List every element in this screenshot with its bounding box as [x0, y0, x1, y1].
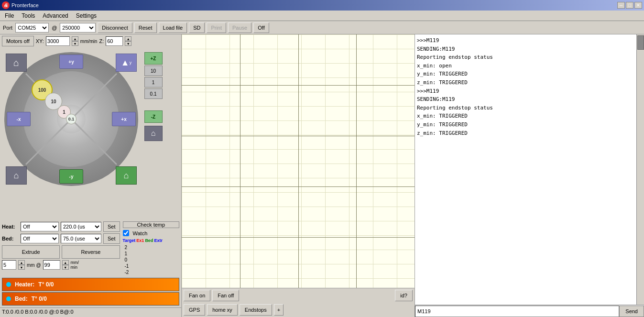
y-label-2: 2: [125, 245, 179, 250]
btn-row-1: Fan on Fan off id?: [182, 288, 415, 303]
menu-settings[interactable]: Settings: [72, 11, 100, 20]
close-button[interactable]: ✕: [634, 2, 642, 9]
port-select[interactable]: COM25: [15, 23, 49, 33]
menu-file[interactable]: File: [1, 11, 18, 20]
heater-icon: [6, 282, 11, 287]
y-minus-button[interactable]: -y: [59, 169, 83, 184]
reset-button[interactable]: Reset: [134, 22, 157, 33]
titlebar-controls[interactable]: ─ □ ✕: [617, 2, 642, 9]
bed-icon: [6, 296, 11, 301]
check-temp-button[interactable]: Check temp: [123, 221, 179, 228]
watch-row: Watch: [123, 230, 179, 236]
log-entry: >>>M119: [417, 36, 634, 45]
heat-set-button[interactable]: Set: [103, 221, 120, 232]
menu-advanced[interactable]: Advanced: [39, 11, 72, 20]
bed-value-select[interactable]: 75.0 (use: [61, 234, 101, 243]
log-entry: SENDING:M119: [417, 45, 634, 54]
xy-spin-up[interactable]: ▲: [72, 36, 78, 41]
home-bottom-right[interactable]: ⌂: [116, 166, 137, 185]
motors-row: Motors off XY: ▲ ▼ mm/min Z: ▲ ▼: [0, 34, 181, 48]
speed-01-bubble[interactable]: 0.1: [66, 114, 76, 124]
log-entry: Reporting endstop status: [417, 104, 634, 112]
xy-spin[interactable]: ▲ ▼: [72, 36, 78, 46]
load-file-button[interactable]: Load file: [159, 22, 187, 33]
disconnect-button[interactable]: Disconnect: [98, 22, 132, 33]
z-speed-1-button[interactable]: 1: [144, 77, 163, 87]
id-button[interactable]: id?: [395, 290, 413, 301]
pause-button[interactable]: Pause: [228, 22, 251, 33]
speed-spin[interactable]: ▲ ▼: [62, 260, 69, 270]
speed-spin-down[interactable]: ▼: [62, 265, 69, 270]
log-scrollbar[interactable]: [636, 34, 644, 305]
x-plus-button[interactable]: +x: [112, 112, 136, 126]
fan-on-button[interactable]: Fan on: [184, 290, 210, 301]
log-entry: SENDING:M119: [417, 95, 634, 104]
menubar: File Tools Advanced Settings: [0, 11, 644, 21]
chart-grid: [182, 34, 415, 288]
z-home-button[interactable]: ⌂: [144, 126, 163, 141]
heat-label: Heat:: [2, 224, 19, 230]
chart-label-extr: Extr: [154, 238, 163, 243]
print-button[interactable]: Print: [207, 22, 226, 33]
off-button[interactable]: Off: [253, 22, 269, 33]
bed-bar: Bed: T° 0/0: [2, 292, 179, 306]
z-spin-down[interactable]: ▼: [125, 41, 131, 46]
log-scroll-area: >>>M119SENDING:M119Reporting endstop sta…: [415, 34, 644, 305]
y-plus-button[interactable]: +y: [59, 55, 83, 69]
command-input[interactable]: [415, 306, 619, 317]
heat-value-select[interactable]: 220.0 (us: [61, 222, 101, 231]
extrude-button[interactable]: Extrude: [2, 245, 60, 259]
xy-spin-down[interactable]: ▼: [72, 41, 78, 46]
gps-button[interactable]: GPS: [184, 304, 205, 316]
z-speed-10-button[interactable]: 10: [144, 66, 163, 76]
x-minus-button[interactable]: -x: [7, 112, 31, 126]
z-spin[interactable]: ▲ ▼: [125, 36, 131, 46]
y-label-0: 0: [125, 257, 179, 262]
log-content[interactable]: >>>M119SENDING:M119Reporting endstop sta…: [415, 34, 636, 305]
extrude-speed-input[interactable]: [43, 260, 60, 270]
mm-label: mm @: [27, 262, 41, 268]
home-xy-top-left[interactable]: ⌂: [6, 54, 27, 72]
heat-status-select[interactable]: Off: [21, 222, 59, 231]
log-entry: x_min: open: [417, 62, 634, 70]
home-y-top-right[interactable]: ▲y: [116, 54, 137, 72]
motors-off-button[interactable]: Motors off: [2, 36, 34, 46]
fan-off-button[interactable]: Fan off: [212, 290, 239, 301]
baud-select[interactable]: 250000: [60, 23, 96, 33]
jog-area: ⌂ ▲y ⌂ ⌂ +y -y +x: [0, 48, 181, 219]
watch-checkbox[interactable]: [123, 230, 129, 236]
plus-button[interactable]: +: [274, 304, 284, 316]
home-xy-button[interactable]: home xy: [207, 304, 238, 316]
send-button[interactable]: Send: [619, 306, 644, 317]
xy-speed-input[interactable]: [46, 36, 70, 46]
z-spin-up[interactable]: ▲: [125, 36, 131, 41]
chart-label-bed: Bed: [145, 238, 153, 243]
reverse-button[interactable]: Reverse: [62, 245, 120, 259]
log-panel: >>>M119SENDING:M119Reporting endstop sta…: [415, 34, 644, 317]
z-speed-01-button[interactable]: 0.1: [144, 88, 163, 99]
amount-spin[interactable]: ▲ ▼: [18, 260, 25, 270]
titlebar: 🖨 Pronterface ─ □ ✕: [0, 0, 644, 11]
main-container: Motors off XY: ▲ ▼ mm/min Z: ▲ ▼: [0, 34, 644, 317]
chart-with-axis: Fan on Fan off id? GPS home xy Endstops …: [182, 34, 415, 317]
bed-status-select[interactable]: Off: [21, 234, 59, 243]
z-plus-button[interactable]: +Z: [144, 52, 163, 65]
chart-vline-3: [356, 34, 357, 288]
extrude-amount-input[interactable]: [2, 260, 16, 270]
endstops-button[interactable]: Endstops: [240, 304, 272, 316]
speed-spin-up[interactable]: ▲: [62, 260, 69, 265]
menu-tools[interactable]: Tools: [18, 11, 39, 20]
y-axis-labels: 2 1 0 -1 -2: [123, 245, 179, 275]
heat-check-row: Heat: Off 220.0 (us Set Bed: Off: [2, 221, 179, 275]
amount-spin-up[interactable]: ▲: [18, 260, 25, 265]
minimize-button[interactable]: ─: [617, 2, 625, 9]
sd-button[interactable]: SD: [189, 22, 205, 33]
scroll-thumb[interactable]: [637, 35, 644, 50]
bed-set-button[interactable]: Set: [103, 233, 120, 244]
chart-main: [182, 34, 415, 288]
maximize-button[interactable]: □: [626, 2, 633, 9]
z-minus-button[interactable]: -Z: [144, 110, 163, 123]
amount-spin-down[interactable]: ▼: [18, 265, 25, 270]
z-speed-input[interactable]: [106, 36, 123, 46]
home-x-left[interactable]: ⌂: [6, 166, 27, 185]
